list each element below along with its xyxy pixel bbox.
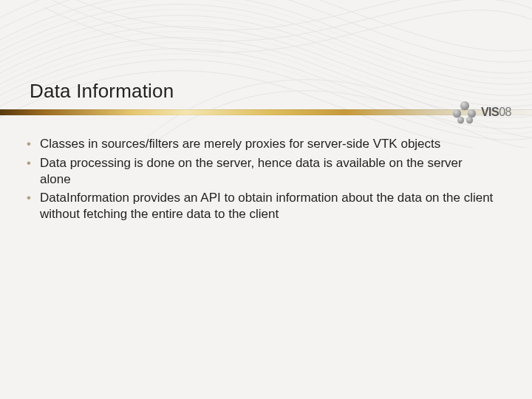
bullet-item: DataInformation provides an API to obtai… xyxy=(24,190,497,222)
background-texture xyxy=(0,0,532,148)
logo-text-main: VIS xyxy=(481,106,499,118)
logo-text: VIS08 xyxy=(481,106,511,119)
slide-title: Data Information xyxy=(30,80,174,103)
logo-text-sub: 08 xyxy=(499,106,511,118)
slide: Data Information VIS08 Classes in source… xyxy=(0,0,532,399)
logo-mark-icon xyxy=(453,101,478,123)
logo: VIS08 xyxy=(430,100,511,124)
bullet-item: Classes in sources/filters are merely pr… xyxy=(24,136,497,152)
bullet-list: Classes in sources/filters are merely pr… xyxy=(24,136,497,222)
content-area: Classes in sources/filters are merely pr… xyxy=(24,136,497,225)
bullet-item: Data processing is done on the server, h… xyxy=(24,155,497,188)
